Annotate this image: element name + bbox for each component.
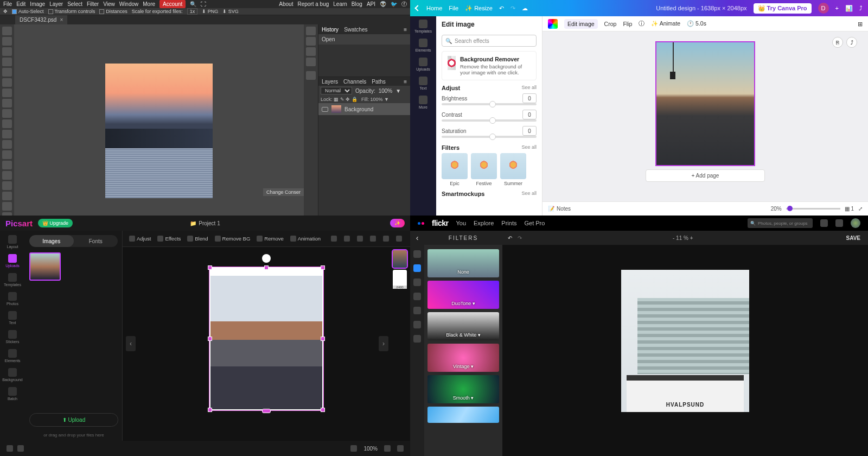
undo-icon[interactable]: ↶	[499, 5, 504, 12]
rail-uploads[interactable]: Uploads	[5, 254, 20, 268]
expand-icon[interactable]: ⤢	[858, 206, 863, 212]
selected-image[interactable]	[209, 267, 323, 410]
pro-button[interactable]: ✨	[390, 219, 405, 227]
tool-removebg[interactable]: Remove BG	[215, 236, 251, 242]
tool-dodge[interactable]	[2, 150, 12, 159]
menu-account[interactable]: Account	[159, 0, 186, 8]
layer-row[interactable]: Background	[318, 103, 410, 115]
prev-page[interactable]: ‹	[126, 336, 136, 351]
tab-history[interactable]: History	[322, 27, 339, 33]
upload-thumb[interactable]	[29, 252, 61, 281]
tool-heal[interactable]	[2, 88, 12, 97]
info-icon[interactable]: ⓘ	[639, 20, 644, 28]
rail-text[interactable]: Text	[419, 77, 427, 90]
tab-swatches[interactable]: Swatches	[344, 27, 367, 33]
resize-handle[interactable]	[208, 408, 212, 412]
tool-animation[interactable]: Animation	[290, 236, 321, 242]
twitter-icon[interactable]: 🐦	[391, 1, 397, 7]
auto-select[interactable]: Auto-Select	[12, 9, 44, 14]
tab-images[interactable]: Images	[29, 235, 74, 247]
tool-hand[interactable]	[2, 202, 12, 211]
filter-vintage[interactable]: Vintage ▾	[427, 344, 499, 372]
tab-close-icon[interactable]: ×	[60, 17, 63, 23]
filter-summer[interactable]: Summer	[500, 153, 526, 186]
canvas-image[interactable]	[655, 41, 755, 166]
zoom-slider[interactable]	[786, 208, 840, 210]
resize-handle[interactable]	[264, 265, 269, 270]
layer-icon[interactable]	[370, 236, 376, 242]
opt-edit-image[interactable]: Edit image	[564, 19, 598, 29]
stage[interactable]: HVALPSUND	[502, 245, 868, 456]
tool-select[interactable]	[2, 37, 12, 46]
doc-title[interactable]: Untitled design - 1638px × 2048px	[656, 5, 746, 11]
panel-menu-icon[interactable]: ≡	[404, 27, 407, 33]
tab-layers[interactable]: Layers	[322, 79, 338, 85]
zoom-out-icon[interactable]	[350, 445, 357, 452]
menu-edit[interactable]: Edit	[16, 1, 25, 7]
nav-resize[interactable]: ✨ Resize	[465, 5, 493, 12]
stats-icon[interactable]: 📊	[845, 5, 853, 12]
notes-button[interactable]: 📝 Notes	[548, 206, 767, 212]
link-icon[interactable]	[344, 236, 350, 242]
avatar[interactable]: D	[818, 3, 829, 14]
menu-image[interactable]: Image	[30, 1, 45, 7]
css-icon[interactable]	[306, 71, 316, 80]
resize-handle[interactable]	[321, 408, 325, 412]
align-icon[interactable]	[331, 236, 337, 242]
add-page-button[interactable]: + Add page	[646, 169, 765, 182]
export-icon[interactable]: ⤴	[846, 37, 857, 48]
upgrade-button[interactable]: 👑 Upgrade	[38, 219, 73, 227]
menu-more[interactable]: More	[143, 1, 155, 7]
brush-icon[interactable]	[306, 37, 316, 46]
page-count-icon[interactable]: ▦ 1	[845, 206, 854, 212]
see-all-link[interactable]: See all	[521, 191, 537, 197]
tool-effects[interactable]: Effects	[157, 236, 181, 242]
color-swatch[interactable]	[548, 19, 558, 29]
opt-animate[interactable]: ✨ Animate	[651, 20, 680, 27]
menu-view[interactable]: View	[103, 1, 115, 7]
trash-icon[interactable]	[396, 236, 402, 242]
undo-icon[interactable]: ↶	[508, 235, 512, 241]
opt-flip[interactable]: Flip	[623, 21, 632, 27]
slider-saturation-value[interactable]: 0	[522, 126, 537, 136]
copy-icon[interactable]	[383, 236, 389, 242]
undo-icon[interactable]	[7, 445, 13, 452]
text-icon[interactable]	[413, 307, 421, 314]
tool-crop[interactable]	[2, 68, 12, 77]
panel-menu-icon[interactable]: ≡	[404, 79, 407, 85]
filter-festive[interactable]: Festive	[471, 153, 497, 186]
nav-you[interactable]: You	[456, 220, 466, 226]
slider-brightness-value[interactable]: 0	[522, 93, 537, 103]
rail-more[interactable]: More	[419, 96, 427, 109]
link-about[interactable]: About	[279, 1, 293, 7]
see-all-link[interactable]: See all	[521, 144, 537, 151]
crop-icon[interactable]	[413, 335, 421, 343]
nav-explore[interactable]: Explore	[474, 220, 494, 226]
export-icon[interactable]: ⤴	[859, 5, 863, 11]
tool-blur[interactable]	[2, 140, 12, 149]
search-input[interactable]: 🔍 Photos, people, or groups	[748, 218, 813, 228]
tool-eraser[interactable]	[2, 119, 12, 128]
rail-layout[interactable]: Layout	[7, 235, 18, 249]
menu-select[interactable]: Select	[67, 1, 82, 7]
rail-photos[interactable]: Photos	[7, 292, 18, 306]
rail-elements[interactable]: Elements	[415, 39, 431, 52]
resize-handle[interactable]	[321, 265, 325, 270]
zoom-control[interactable]: - 11 % +	[666, 235, 700, 241]
fill-value[interactable]: 100%	[371, 97, 383, 102]
redo-icon[interactable]: ↷	[518, 235, 522, 241]
para-icon[interactable]	[306, 58, 316, 66]
zoom-value[interactable]: 20%	[771, 206, 782, 212]
menu-file[interactable]: File	[3, 1, 12, 7]
move-icon[interactable]: ✥	[3, 9, 8, 14]
slider-contrast-value[interactable]: 0	[522, 110, 537, 119]
grid-icon[interactable]: ⊞	[858, 21, 863, 27]
tab-paths[interactable]: Paths	[372, 79, 386, 85]
rotate-handle[interactable]	[262, 254, 271, 263]
tab-fonts[interactable]: Fonts	[74, 235, 118, 247]
enhance-icon[interactable]	[413, 250, 421, 258]
visibility-icon[interactable]	[322, 107, 328, 112]
tool-move[interactable]	[2, 27, 12, 35]
nav-getpro[interactable]: Get Pro	[524, 220, 545, 226]
filter-epic[interactable]: Epic	[442, 153, 468, 186]
